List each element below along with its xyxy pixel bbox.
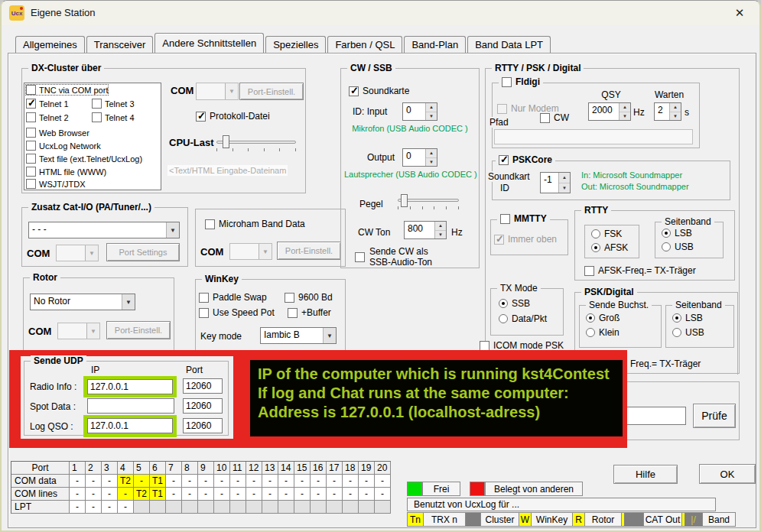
- spinner-up-icon[interactable]: ▲: [559, 173, 570, 183]
- microham-com-dropdown[interactable]: ▼: [229, 243, 272, 260]
- rotor-com-dropdown[interactable]: ▼: [57, 323, 100, 339]
- paddle-swap-checkbox[interactable]: [199, 293, 209, 303]
- pskcore-id-spinner[interactable]: -1▲▼: [540, 172, 571, 193]
- psk-lsb-radio[interactable]: [672, 313, 681, 323]
- tab-band-data-lpt[interactable]: Band Data LPT: [467, 36, 551, 53]
- spinner-down-icon[interactable]: ▼: [670, 112, 681, 121]
- ok-button[interactable]: OK: [699, 464, 756, 484]
- spinner-up-icon[interactable]: ▲: [620, 103, 630, 112]
- buffer-checkbox[interactable]: [288, 308, 298, 318]
- use-speed-pot-checkbox[interactable]: [199, 308, 209, 318]
- close-icon[interactable]: ✕: [724, 4, 756, 22]
- port-table-cell: -: [278, 475, 294, 488]
- lsb-label: LSB: [685, 313, 703, 323]
- nur-modem-checkbox[interactable]: [497, 104, 507, 114]
- icom-mode-psk-checkbox[interactable]: [480, 341, 489, 351]
- tab-spezielles[interactable]: Spezielles: [265, 36, 326, 53]
- warten-spinner[interactable]: 2▲▼: [654, 102, 681, 121]
- rotor-dropdown[interactable]: No Rotor▼: [30, 294, 135, 310]
- microham-port-settings-button[interactable]: Port-Einstell.: [277, 242, 341, 260]
- chevron-down-icon[interactable]: ▼: [85, 245, 98, 261]
- dx-item-checkbox[interactable]: [26, 141, 36, 151]
- zusatz-com-dropdown[interactable]: ▼: [56, 245, 99, 261]
- spinner-up-icon[interactable]: ▲: [435, 222, 446, 231]
- chevron-down-icon[interactable]: ▼: [122, 294, 135, 310]
- gross-radio[interactable]: [586, 313, 595, 323]
- pruefe-button[interactable]: Prüfe: [693, 404, 736, 428]
- dx-port-settings-button[interactable]: Port-Einstell.: [239, 83, 304, 100]
- spinner-down-icon[interactable]: ▼: [426, 158, 437, 167]
- pskcore-checkbox[interactable]: [499, 155, 509, 165]
- dx-item-checkbox[interactable]: [26, 112, 36, 122]
- dx-com-dropdown[interactable]: ▼: [196, 83, 239, 100]
- soundkarte-checkbox[interactable]: [349, 86, 359, 96]
- dx-item-checkbox[interactable]: [26, 128, 36, 138]
- port-table-cell: -: [246, 475, 262, 488]
- tab-allgemeines[interactable]: Allgemeines: [15, 36, 85, 53]
- dx-cluster-list[interactable]: TNC via COM port Telnet 1 Telnet 3 Telne…: [24, 83, 161, 190]
- dx-item-checkbox[interactable]: [92, 99, 102, 109]
- radio-info-label: Radio Info :: [30, 381, 76, 392]
- pegel-slider-thumb[interactable]: [401, 194, 408, 207]
- spinner-down-icon[interactable]: ▼: [426, 112, 437, 121]
- chevron-down-icon[interactable]: ▼: [86, 323, 99, 339]
- spinner-up-icon[interactable]: ▲: [426, 103, 437, 112]
- input-id-spinner[interactable]: 0▲▼: [402, 102, 437, 121]
- immer-oben-checkbox[interactable]: [494, 235, 504, 245]
- tab-farben-qsl[interactable]: Farben / QSL: [327, 36, 402, 53]
- key-mode-dropdown[interactable]: Iambic B▼: [260, 327, 337, 344]
- tab-band-plan[interactable]: Band-Plan: [404, 36, 466, 53]
- fldigi-checkbox[interactable]: [502, 77, 512, 87]
- tx-ssb-radio[interactable]: [499, 299, 508, 308]
- protokoll-datei-checkbox[interactable]: [196, 112, 206, 122]
- log-qso-port-field[interactable]: 12060: [183, 418, 223, 433]
- microham-checkbox[interactable]: [205, 219, 215, 229]
- chevron-down-icon[interactable]: ▼: [225, 83, 238, 99]
- tab-transceiver[interactable]: Transceiver: [86, 36, 153, 53]
- qsy-spinner[interactable]: 2000▲▼: [588, 102, 631, 121]
- zusatz-port-settings-button[interactable]: Port Settings: [106, 243, 180, 261]
- chevron-down-icon[interactable]: ▼: [323, 328, 336, 343]
- spinner-down-icon[interactable]: ▼: [620, 112, 630, 121]
- rtty-lsb-radio[interactable]: [662, 229, 671, 238]
- hilfe-button[interactable]: Hilfe: [613, 465, 678, 484]
- sende-cw-checkbox[interactable]: [355, 252, 365, 262]
- spinner-down-icon[interactable]: ▼: [559, 183, 570, 193]
- radio-info-ip-field[interactable]: 127.0.0.1: [87, 379, 173, 394]
- dx-item-checkbox[interactable]: [26, 85, 36, 95]
- port-table-cell: [359, 501, 375, 514]
- mmtty-checkbox[interactable]: [500, 214, 510, 224]
- fldigi-cw-checkbox[interactable]: [540, 113, 550, 123]
- tab-andere-schnittstellen[interactable]: Andere Schnittstellen: [154, 33, 264, 53]
- 9600bd-checkbox[interactable]: [285, 293, 294, 303]
- rtty-usb-radio[interactable]: [662, 242, 671, 251]
- dx-item-checkbox[interactable]: [92, 112, 102, 122]
- dx-item-checkbox[interactable]: [26, 167, 36, 177]
- output-id-spinner[interactable]: 0▲▼: [402, 148, 437, 167]
- spinner-up-icon[interactable]: ▲: [670, 103, 681, 112]
- cw-ton-spinner[interactable]: 800▲▼: [404, 221, 447, 239]
- fldigi-path-field[interactable]: [494, 129, 693, 144]
- chevron-down-icon[interactable]: ▼: [259, 244, 272, 259]
- text-html-file-hint[interactable]: <Text/HTML Eingabe-Dateinam: [167, 165, 288, 176]
- afsk-freq-checkbox[interactable]: [584, 266, 594, 276]
- tx-data-pkt-radio[interactable]: [499, 314, 508, 323]
- psk-usb-radio[interactable]: [672, 328, 681, 337]
- spot-data-port-field[interactable]: 12060: [183, 398, 223, 414]
- dx-item-checkbox[interactable]: [26, 179, 36, 189]
- rotor-port-settings-button[interactable]: Port-Einstell.: [106, 321, 171, 339]
- chevron-down-icon[interactable]: ▼: [166, 222, 179, 238]
- log-qso-ip-field[interactable]: 127.0.0.1: [87, 418, 173, 433]
- spinner-up-icon[interactable]: ▲: [426, 149, 437, 158]
- dx-item-checkbox[interactable]: [26, 154, 36, 164]
- zusatz-device-dropdown[interactable]: - - -▼: [28, 222, 180, 238]
- use-speed-pot-label: Use Speed Pot: [213, 307, 275, 318]
- dx-item-checkbox[interactable]: [26, 99, 36, 109]
- cpu-last-slider-thumb[interactable]: [223, 135, 229, 148]
- spinner-down-icon[interactable]: ▼: [435, 231, 446, 239]
- fsk-radio[interactable]: [591, 229, 600, 238]
- radio-info-port-field[interactable]: 12060: [183, 378, 223, 394]
- spot-data-ip-field[interactable]: [87, 398, 174, 414]
- afsk-radio[interactable]: [591, 243, 600, 252]
- klein-radio[interactable]: [586, 328, 595, 337]
